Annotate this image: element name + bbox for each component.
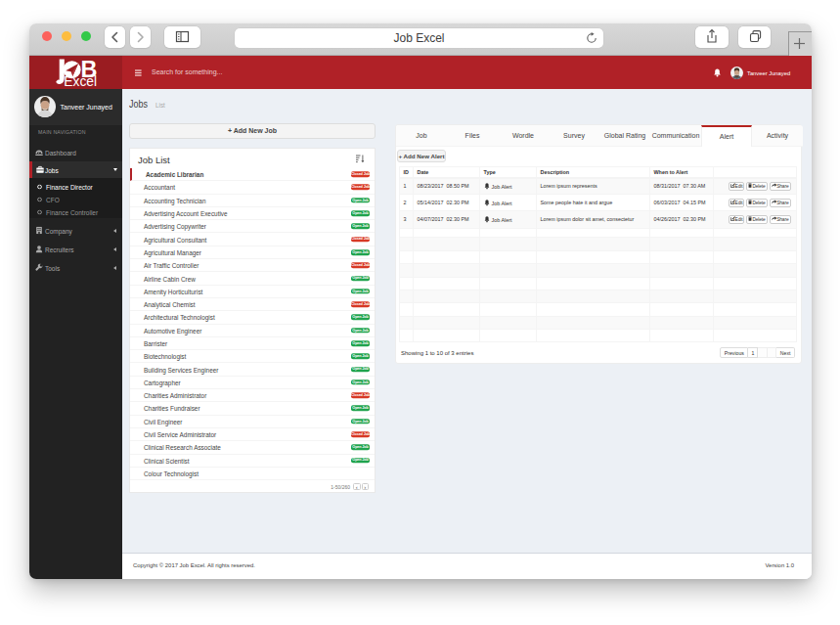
- svg-text:Excel: Excel: [64, 74, 97, 89]
